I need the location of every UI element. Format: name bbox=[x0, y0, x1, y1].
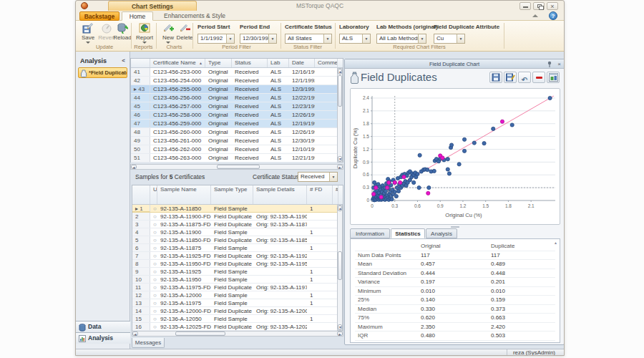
collapse-ribbon-icon[interactable] bbox=[532, 14, 538, 17]
export-image-button[interactable] bbox=[547, 72, 560, 83]
certificate-row[interactable]: 46C123-456-258-000OriginalReceivedALS12/… bbox=[131, 111, 343, 120]
certificate-row[interactable]: ▸ 43C123-456-255-000OriginalReceivedALS1… bbox=[131, 85, 343, 94]
certificate-row[interactable]: 51C123-456-263-000OriginalReceivedALS12/… bbox=[131, 154, 343, 163]
tab-backstage[interactable]: Backstage bbox=[79, 11, 119, 21]
save-as-chart-button[interactable] bbox=[504, 72, 517, 83]
scroll-left-icon[interactable]: ◄ bbox=[132, 332, 138, 336]
pin-icon[interactable] bbox=[547, 61, 552, 67]
stats-cell: Standard Deviation bbox=[355, 269, 418, 278]
group-label-update: Update bbox=[79, 44, 130, 51]
fd-attribute-dropdown-icon[interactable]: ▼ bbox=[457, 34, 464, 43]
reload-button[interactable]: Reload bbox=[113, 22, 132, 41]
close-button[interactable]: × bbox=[547, 2, 558, 10]
sample-row[interactable]: 3○92-135-A-11875-FDField DuplicateOrig: … bbox=[132, 221, 343, 228]
certificate-row[interactable]: 44C123-456-256-000OriginalReceivedALS12/… bbox=[131, 94, 343, 102]
scatter-chart[interactable]: 00.30.60.91.21.51.82.100.30.60.91.21.51.… bbox=[350, 88, 560, 225]
certificates-horizontal-scrollbar[interactable]: ◄ ► bbox=[130, 164, 343, 170]
sample-row[interactable]: 7○92-135-A-11925-FDField DuplicateOrig: … bbox=[132, 252, 343, 260]
period-end-dropdown-icon[interactable]: ▼ bbox=[268, 34, 276, 43]
sidebar-item-field-duplicates[interactable]: *Field Duplicates bbox=[78, 67, 127, 78]
contextual-tab-group[interactable]: Chart Settings bbox=[108, 1, 197, 11]
scroll-thumb[interactable] bbox=[338, 251, 342, 280]
cell bbox=[315, 145, 338, 153]
fd-attribute-combo[interactable]: Cu ▼ bbox=[434, 34, 465, 44]
certificate-status-combo[interactable]: All States ▼ bbox=[285, 34, 332, 44]
certificate-row[interactable]: 50C123-456-262-000OriginalReceivedALS12/… bbox=[131, 145, 343, 154]
certificate-row[interactable]: 45C123-456-257-000OriginalReceivedALS12/… bbox=[131, 102, 343, 111]
scroll-thumb[interactable] bbox=[175, 332, 225, 336]
scroll-down-icon[interactable]: ▼ bbox=[338, 156, 342, 162]
sample-row[interactable]: 15○92-136-A-12050Field Sample1 bbox=[132, 315, 343, 323]
cell bbox=[307, 236, 333, 243]
certificate-row[interactable]: 42C123-456-254-000OriginalReceivedALS12/… bbox=[131, 77, 343, 85]
sample-row[interactable]: 4○92-135-A-11900Field Sample1 bbox=[132, 228, 343, 236]
radio-icon: ○ bbox=[150, 323, 157, 330]
certificate-row[interactable]: 48C123-456-260-000OriginalReceivedALS12/… bbox=[131, 128, 343, 137]
scroll-up-icon[interactable]: ▲ bbox=[338, 205, 342, 211]
period-end-combo[interactable]: 12/30/1993 ▼ bbox=[240, 34, 277, 44]
sample-status-dropdown-icon[interactable]: ▼ bbox=[329, 173, 337, 181]
save-chart-button[interactable] bbox=[489, 72, 502, 83]
sample-row[interactable]: 8○92-135-A-11950-FDField DuplicateOrig: … bbox=[132, 260, 343, 268]
sample-row[interactable]: 10○92-135-A-11950Field Sample1 bbox=[132, 276, 343, 284]
report-button[interactable]: Report bbox=[135, 22, 154, 44]
save-button[interactable]: Save bbox=[79, 22, 97, 44]
samples-horizontal-scrollbar[interactable]: ◄ ► bbox=[132, 331, 343, 337]
delete-chart-button[interactable]: Delete bbox=[175, 22, 194, 41]
cell: 49 bbox=[131, 137, 150, 145]
tab-analysis[interactable]: Analysis bbox=[426, 228, 457, 238]
samples-vertical-scrollbar[interactable]: ▲ ▼ bbox=[337, 205, 343, 331]
tab-messages[interactable]: Messages bbox=[132, 338, 165, 348]
restore-button[interactable] bbox=[533, 2, 545, 10]
tab-enhancements-style[interactable]: Enhancements & Style bbox=[155, 11, 235, 21]
cell: Field Sample bbox=[211, 299, 253, 306]
sample-row[interactable]: 11○92-135-A-11975-FDField DuplicateOrig:… bbox=[132, 284, 343, 291]
period-start-combo[interactable]: 1/1/1992 ▼ bbox=[197, 34, 235, 44]
sample-row[interactable]: 14○92-135-A-12000-FDField DuplicateOrig:… bbox=[132, 307, 343, 315]
tab-statistics[interactable]: Statistics bbox=[391, 228, 425, 238]
nav-button-data[interactable]: Data bbox=[76, 321, 130, 332]
cell: C123-456-257-000 bbox=[150, 102, 205, 110]
tab-information[interactable]: Information bbox=[350, 228, 390, 238]
radio-icon: ○ bbox=[150, 276, 157, 283]
certificate-row[interactable]: 49C123-456-261-000OriginalReceivedALS12/… bbox=[131, 137, 343, 145]
sample-row[interactable]: 12○92-135-A-12000Field Sample1 bbox=[132, 291, 343, 299]
sample-status-combo[interactable]: Received ▼ bbox=[298, 172, 338, 182]
scroll-thumb[interactable] bbox=[338, 75, 342, 107]
resize-grip[interactable] bbox=[451, 226, 459, 228]
undo-button[interactable]: ↶ bbox=[518, 72, 531, 83]
cell: 2 bbox=[132, 213, 150, 220]
lab-methods-dropdown-icon[interactable]: ▼ bbox=[418, 34, 426, 43]
sample-row[interactable]: ▸ 1○92-135-A-11850Field Sample1 bbox=[132, 205, 343, 213]
scroll-up-icon[interactable]: ▲ bbox=[554, 241, 557, 245]
panel-close-icon[interactable]: × bbox=[557, 61, 561, 67]
sample-row[interactable]: 9○92-135-A-11925Field Sample1 bbox=[132, 268, 343, 276]
sample-row[interactable]: 13○92-135-A-11975Field Sample1 bbox=[132, 299, 343, 307]
period-start-label: Period Start bbox=[197, 24, 230, 30]
scroll-right-icon[interactable]: ► bbox=[337, 165, 343, 169]
scroll-down-icon[interactable]: ▼ bbox=[338, 324, 342, 330]
scroll-right-icon[interactable]: ► bbox=[337, 332, 343, 336]
lab-methods-combo[interactable]: All Lab Methods ▼ bbox=[376, 34, 426, 44]
laboratory-combo[interactable]: ALS ▼ bbox=[339, 34, 371, 44]
minimize-button[interactable] bbox=[519, 2, 531, 10]
certificate-row[interactable]: 47C123-456-259-000OriginalReceivedALS12/… bbox=[131, 120, 343, 128]
sample-row[interactable]: 6○92-135-A-11875Field Sample1 bbox=[132, 244, 343, 252]
period-start-dropdown-icon[interactable]: ▼ bbox=[226, 34, 234, 43]
scroll-up-icon[interactable]: ▲ bbox=[338, 69, 342, 74]
scroll-thumb[interactable] bbox=[217, 165, 260, 169]
scroll-left-icon[interactable]: ◄ bbox=[131, 165, 137, 169]
cell: Field Sample bbox=[211, 244, 253, 251]
certificate-row[interactable]: 41C123-456-253-000OriginalReceivedALS12/… bbox=[131, 68, 343, 77]
sample-row[interactable]: 2○92-135-A-11900-FDField DuplicateOrig: … bbox=[132, 213, 343, 221]
sample-row[interactable]: 16○92-135-A-12025-FDField DuplicateOrig:… bbox=[132, 323, 343, 331]
laboratory-dropdown-icon[interactable]: ▼ bbox=[362, 34, 370, 43]
nav-button-analysis[interactable]: Analysis bbox=[76, 332, 130, 344]
certificates-vertical-scrollbar[interactable]: ▲ ▼ bbox=[337, 68, 343, 163]
collapse-panel-icon[interactable]: < bbox=[122, 57, 125, 64]
help-button[interactable]: ? bbox=[549, 11, 557, 20]
certificate-status-dropdown-icon[interactable]: ▼ bbox=[323, 34, 331, 43]
sample-row[interactable]: 5○92-135-A-11850-FDField DuplicateOrig: … bbox=[132, 236, 343, 244]
tab-home[interactable]: Home bbox=[122, 11, 153, 21]
remove-chart-button[interactable] bbox=[532, 72, 545, 83]
